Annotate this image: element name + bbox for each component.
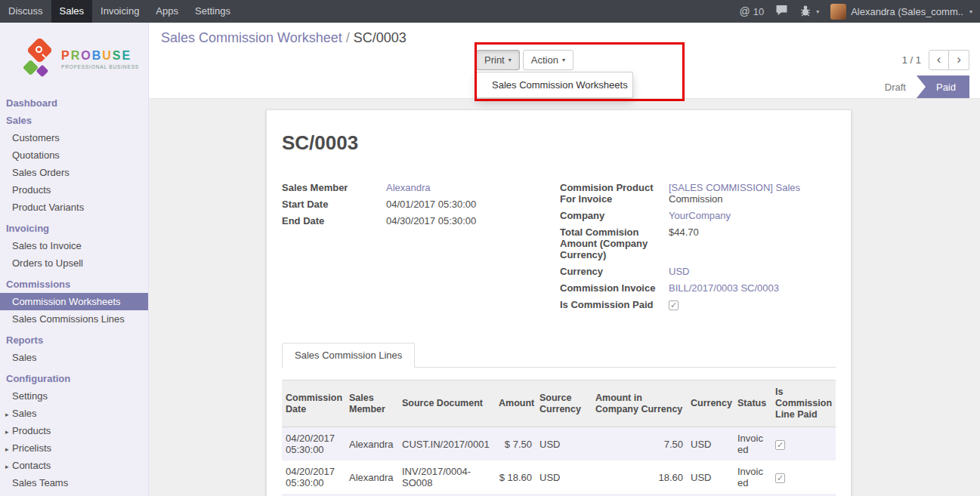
content-area: SC/0003 Sales Member Alexandra Start Dat… [149,99,980,496]
probuse-logo: PROBUSE PROFESSIONAL BUSINESS [0,23,148,94]
mentions-button[interactable]: @ 10 [739,5,764,17]
menu-apps[interactable]: Apps [147,0,187,23]
col-amount-company-currency: Amount in Company Currency [592,380,687,427]
pager-previous-button[interactable]: ‹ [929,50,949,70]
commission-invoice-link[interactable]: BILL/2017/0003 SC/0003 [669,282,779,294]
sidebar-item-quotations[interactable]: Quotations [0,146,148,164]
breadcrumb-parent-link[interactable]: Sales Commission Worksheet [161,30,342,45]
company-link[interactable]: YourCompany [669,210,731,221]
sidebar-heading-sales[interactable]: Sales [0,112,148,129]
debug-menu-button[interactable]: ▾ [799,5,819,19]
caret-down-icon: ▾ [969,8,972,15]
line-paid-checkbox[interactable]: ✓ [775,473,785,483]
col-line-paid: Is Commission Line Paid [771,380,836,427]
sidebar-item-sales-commissions-lines[interactable]: Sales Commissions Lines [0,310,148,328]
user-name: Alexandra (Sales_comm.. [851,6,963,17]
main-area: Sales Commission Worksheet/SC/0003 Print… [149,23,980,496]
expand-arrow-icon: ▸ [5,428,12,436]
line-paid-checkbox[interactable]: ✓ [775,440,785,450]
sidebar-item-sales-to-invoice[interactable]: Sales to Invoice [0,237,148,254]
field-label-sales-member: Sales Member [282,182,386,193]
sidebar-item-label: Pricelists [12,442,51,454]
sidebar-item-sales-commission-levels[interactable]: Sales Commission Levels [0,491,148,496]
breadcrumb-separator: / [346,30,350,45]
menu-sales[interactable]: Sales [51,0,93,23]
sidebar-item-orders-to-upsell[interactable]: Orders to Upsell [0,254,148,272]
is-commission-paid-checkbox[interactable]: ✓ [669,300,679,310]
cell-amount-company: 18.60 [592,461,687,494]
cell-status: Invoiced [734,461,771,494]
sidebar-item-config-sales[interactable]: ▸Sales [0,405,148,422]
col-source-document: Source Document [398,380,495,427]
mention-count: 10 [753,6,764,17]
commission-product-link[interactable]: [SALES COMMISSION] Sales [669,182,800,193]
sidebar-heading-reports[interactable]: Reports [0,331,148,349]
pager-next-button[interactable]: › [949,50,969,70]
tab-sales-commission-lines[interactable]: Sales Commission Lines [282,343,415,368]
status-paid[interactable]: Paid [917,75,969,98]
table-row[interactable]: 04/20/2017 05:30:00 Alexandra INV/2017/0… [282,461,836,494]
user-menu-button[interactable]: Alexandra (Sales_comm.. ▾ [830,4,972,20]
sidebar-item-dashboard[interactable]: Dashboard [0,94,148,112]
sales-member-link[interactable]: Alexandra [386,182,431,193]
breadcrumb: Sales Commission Worksheet/SC/0003 [161,30,407,46]
form-sheet: SC/0003 Sales Member Alexandra Start Dat… [266,109,852,496]
sidebar-item-sales-orders[interactable]: Sales Orders [0,164,148,181]
field-label-start-date: Start Date [282,199,386,210]
currency-link[interactable]: USD [669,266,689,277]
sidebar-item-customers[interactable]: Customers [0,129,148,146]
notebook: Sales Commission Lines Commission Date S… [282,343,836,496]
sidebar-item-sales-teams[interactable]: Sales Teams [0,474,148,491]
sidebar-item-settings[interactable]: Settings [0,387,148,405]
messages-button[interactable] [775,5,788,18]
sidebar-item-product-variants[interactable]: Product Variants [0,199,148,216]
field-label-is-commission-paid: Is Commission Paid [560,299,669,310]
fields-right-column: Commision Product For Invoice [SALES COM… [560,182,836,316]
logo-tagline: PROFESSIONAL BUSINESS [61,64,139,69]
col-amount: Amount [495,380,536,427]
sidebar-item-products[interactable]: Products [0,181,148,199]
toolbar: Print ▾ Action ▾ Sales Commission Worksh… [476,50,573,70]
sidebar-item-commission-worksheets[interactable]: Commission Worksheets [0,293,148,310]
field-grid: Sales Member Alexandra Start Date 04/01/… [282,182,836,316]
probuse-logo-icon [24,39,56,81]
menu-invoicing[interactable]: Invoicing [92,0,147,23]
field-label-company: Company [560,210,669,221]
topbar-menu: Discuss Sales Invoicing Apps Settings [0,0,239,23]
sidebar: PROBUSE PROFESSIONAL BUSINESS Dashboard … [0,23,149,496]
pager: 1 / 1 ‹ › [902,50,969,70]
cell-line-paid: ✓ [771,461,836,494]
cell-source-currency: USD [536,427,592,461]
sidebar-heading-configuration[interactable]: Configuration [0,370,148,387]
table-row[interactable]: 04/20/2017 05:30:00 Alexandra CUST.IN/20… [282,427,836,461]
sidebar-heading-invoicing[interactable]: Invoicing [0,220,148,237]
dropdown-item-sales-commission-worksheets[interactable]: Sales Commission Worksheets [477,75,632,94]
action-label: Action [531,54,558,66]
topbar-right: @ 10 ▾ Alexandra (Sales_comm.. ▾ [739,0,980,23]
logo-text: PROBUSE PROFESSIONAL BUSINESS [61,49,139,69]
pager-buttons: ‹ › [929,50,969,70]
menu-discuss[interactable]: Discuss [0,0,51,23]
print-dropdown-menu: Sales Commission Worksheets [476,72,633,98]
col-currency: Currency [687,380,734,427]
chat-icon [775,5,788,18]
sidebar-item-pricelists[interactable]: ▸Pricelists [0,439,148,457]
menu-settings[interactable]: Settings [187,0,239,23]
tab-bar: Sales Commission Lines [282,343,836,368]
sidebar-heading-commissions[interactable]: Commissions [0,276,148,293]
sidebar-item-label: Products [12,425,51,436]
sidebar-item-config-products[interactable]: ▸Products [0,422,148,439]
action-button[interactable]: Action ▾ [523,50,573,70]
sidebar-item-contacts[interactable]: ▸Contacts [0,457,148,474]
sidebar-item-reports-sales[interactable]: Sales [0,349,148,366]
cell-amount: $ 7.50 [495,427,536,461]
control-panel: Sales Commission Worksheet/SC/0003 Print… [149,23,980,75]
expand-arrow-icon: ▸ [5,411,12,418]
status-draft[interactable]: Draft [874,75,917,98]
print-button[interactable]: Print ▾ [476,50,520,70]
logo-wordmark: PROBUSE [61,49,139,63]
field-label-commission-product: Commision Product For Invoice [560,182,669,205]
cell-source-currency: USD [536,461,592,494]
at-icon: @ [739,5,750,17]
bug-icon [799,5,812,19]
